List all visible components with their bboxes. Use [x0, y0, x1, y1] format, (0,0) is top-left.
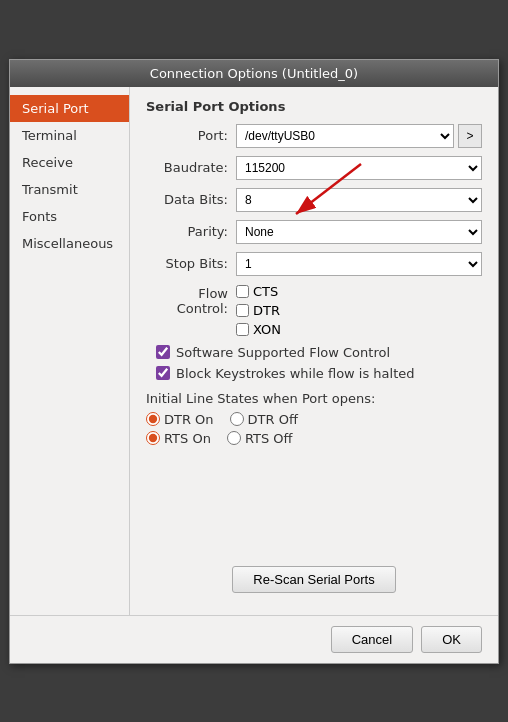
dtr-off-radio[interactable] — [230, 412, 244, 426]
rts-on-label: RTS On — [164, 431, 211, 446]
cancel-button[interactable]: Cancel — [331, 626, 413, 653]
flow-control-label: Flow Control: — [146, 284, 236, 316]
rts-off-radio[interactable] — [227, 431, 241, 445]
dtr-on-radio[interactable] — [146, 412, 160, 426]
dialog-title: Connection Options (Untitled_0) — [150, 66, 358, 81]
port-row: Port: /dev/ttyUSB0 > — [146, 124, 482, 148]
parity-select[interactable]: None — [236, 220, 482, 244]
flow-dtr-label: DTR — [253, 303, 280, 318]
rts-on-item: RTS On — [146, 431, 211, 446]
rescan-button[interactable]: Re-Scan Serial Ports — [232, 566, 395, 593]
sidebar: Serial Port Terminal Receive Transmit Fo… — [10, 87, 130, 615]
initial-line-title: Initial Line States when Port opens: — [146, 391, 482, 406]
data-bits-label: Data Bits: — [146, 192, 236, 207]
sidebar-item-terminal[interactable]: Terminal — [10, 122, 129, 149]
parity-label: Parity: — [146, 224, 236, 239]
flow-checks: CTS DTR XON — [236, 284, 281, 337]
main-panel: Serial Port Options Port: /dev/ttyUSB0 > — [130, 87, 498, 615]
dtr-on-label: DTR On — [164, 412, 214, 427]
rts-off-item: RTS Off — [227, 431, 293, 446]
sw-flow-item: Software Supported Flow Control — [156, 345, 482, 360]
sidebar-item-transmit[interactable]: Transmit — [10, 176, 129, 203]
footer-buttons: Cancel OK — [331, 626, 482, 653]
dtr-radio-row: DTR On DTR Off — [146, 412, 482, 427]
flow-xon-label: XON — [253, 322, 281, 337]
dtr-off-item: DTR Off — [230, 412, 298, 427]
port-label: Port: — [146, 128, 236, 143]
port-more-button[interactable]: > — [458, 124, 482, 148]
block-keys-label: Block Keystrokes while flow is halted — [176, 366, 415, 381]
port-select[interactable]: /dev/ttyUSB0 — [236, 124, 454, 148]
dtr-off-label: DTR Off — [248, 412, 298, 427]
sidebar-item-receive[interactable]: Receive — [10, 149, 129, 176]
flow-dtr-item: DTR — [236, 303, 281, 318]
content: Serial Port Terminal Receive Transmit Fo… — [10, 87, 498, 615]
stop-bits-select[interactable]: 1 — [236, 252, 482, 276]
flow-cts-checkbox[interactable] — [236, 285, 249, 298]
baudrate-select[interactable]: 115200 — [236, 156, 482, 180]
flow-xon-checkbox[interactable] — [236, 323, 249, 336]
dialog: Connection Options (Untitled_0) Serial P… — [9, 59, 499, 664]
flow-dtr-checkbox[interactable] — [236, 304, 249, 317]
data-bits-select[interactable]: 8 — [236, 188, 482, 212]
flow-cts-item: CTS — [236, 284, 281, 299]
section-title: Serial Port Options — [146, 99, 482, 114]
stop-bits-label: Stop Bits: — [146, 256, 236, 271]
sidebar-item-miscellaneous[interactable]: Miscellaneous — [10, 230, 129, 257]
ok-button[interactable]: OK — [421, 626, 482, 653]
sidebar-item-serial-port[interactable]: Serial Port — [10, 95, 129, 122]
flow-cts-label: CTS — [253, 284, 278, 299]
rts-off-label: RTS Off — [245, 431, 293, 446]
rts-radio-row: RTS On RTS Off — [146, 431, 482, 446]
footer: Cancel OK — [10, 615, 498, 663]
stop-bits-row: Stop Bits: 1 — [146, 252, 482, 276]
parity-row: Parity: None — [146, 220, 482, 244]
sidebar-item-fonts[interactable]: Fonts — [10, 203, 129, 230]
rescan-area: Re-Scan Serial Ports — [146, 566, 482, 593]
flow-xon-item: XON — [236, 322, 281, 337]
initial-line-section: Initial Line States when Port opens: DTR… — [146, 391, 482, 446]
rts-on-radio[interactable] — [146, 431, 160, 445]
title-bar: Connection Options (Untitled_0) — [10, 60, 498, 87]
block-keys-item: Block Keystrokes while flow is halted — [156, 366, 482, 381]
dtr-on-item: DTR On — [146, 412, 214, 427]
baudrate-label: Baudrate: — [146, 160, 236, 175]
flow-control-row: Flow Control: CTS DTR XON — [146, 284, 482, 337]
sw-flow-checkbox[interactable] — [156, 345, 170, 359]
data-bits-row: Data Bits: 8 — [146, 188, 482, 212]
baudrate-row: Baudrate: 115200 — [146, 156, 482, 180]
block-keys-checkbox[interactable] — [156, 366, 170, 380]
sw-flow-label: Software Supported Flow Control — [176, 345, 390, 360]
